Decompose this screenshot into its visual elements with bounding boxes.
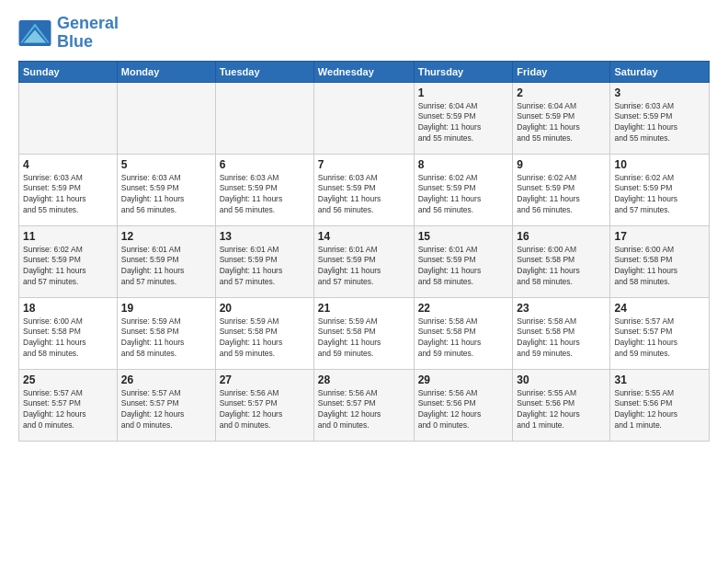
- calendar-cell: 6Sunrise: 6:03 AM Sunset: 5:59 PM Daylig…: [215, 154, 313, 225]
- calendar-week-row: 11Sunrise: 6:02 AM Sunset: 5:59 PM Dayli…: [19, 225, 710, 297]
- day-number: 5: [121, 158, 211, 171]
- day-info: Sunrise: 5:59 AM Sunset: 5:58 PM Dayligh…: [121, 316, 211, 361]
- calendar-week-row: 1Sunrise: 6:04 AM Sunset: 5:59 PM Daylig…: [19, 82, 710, 154]
- calendar-cell: [117, 82, 215, 154]
- calendar-table: SundayMondayTuesdayWednesdayThursdayFrid…: [18, 61, 710, 442]
- calendar-cell: 26Sunrise: 5:57 AM Sunset: 5:57 PM Dayli…: [117, 369, 215, 441]
- day-number: 6: [220, 158, 310, 171]
- calendar-cell: 30Sunrise: 5:55 AM Sunset: 5:56 PM Dayli…: [513, 369, 610, 441]
- day-number: 12: [121, 230, 211, 243]
- logo-text: GeneralBlue: [57, 15, 119, 52]
- day-info: Sunrise: 6:02 AM Sunset: 5:59 PM Dayligh…: [418, 173, 509, 217]
- day-info: Sunrise: 5:57 AM Sunset: 5:57 PM Dayligh…: [121, 388, 211, 432]
- logo: GeneralBlue: [18, 15, 119, 52]
- day-info: Sunrise: 6:00 AM Sunset: 5:58 PM Dayligh…: [614, 245, 705, 289]
- calendar-cell: 29Sunrise: 5:56 AM Sunset: 5:56 PM Dayli…: [414, 369, 513, 441]
- day-number: 17: [614, 230, 705, 243]
- day-number: 29: [418, 373, 509, 386]
- day-info: Sunrise: 6:04 AM Sunset: 5:59 PM Dayligh…: [418, 101, 509, 145]
- day-info: Sunrise: 5:57 AM Sunset: 5:57 PM Dayligh…: [23, 388, 113, 432]
- calendar-cell: 5Sunrise: 6:03 AM Sunset: 5:59 PM Daylig…: [117, 154, 215, 225]
- weekday-header: Monday: [117, 61, 215, 82]
- weekday-header: Saturday: [610, 61, 710, 82]
- day-number: 20: [220, 302, 310, 315]
- calendar-header: SundayMondayTuesdayWednesdayThursdayFrid…: [19, 61, 710, 82]
- calendar-cell: [19, 82, 118, 154]
- day-info: Sunrise: 5:56 AM Sunset: 5:57 PM Dayligh…: [318, 388, 410, 432]
- day-info: Sunrise: 6:01 AM Sunset: 5:59 PM Dayligh…: [220, 245, 310, 289]
- calendar-cell: 2Sunrise: 6:04 AM Sunset: 5:59 PM Daylig…: [513, 82, 610, 154]
- day-number: 8: [418, 158, 509, 171]
- calendar-cell: 12Sunrise: 6:01 AM Sunset: 5:59 PM Dayli…: [117, 225, 215, 297]
- day-number: 25: [23, 373, 113, 386]
- day-number: 15: [418, 230, 509, 243]
- day-info: Sunrise: 6:01 AM Sunset: 5:59 PM Dayligh…: [318, 245, 410, 289]
- calendar-cell: 25Sunrise: 5:57 AM Sunset: 5:57 PM Dayli…: [19, 369, 118, 441]
- calendar-cell: [215, 82, 313, 154]
- logo-icon: [18, 20, 51, 46]
- day-number: 7: [318, 158, 410, 171]
- calendar-cell: 7Sunrise: 6:03 AM Sunset: 5:59 PM Daylig…: [313, 154, 414, 225]
- calendar-cell: 23Sunrise: 5:58 AM Sunset: 5:58 PM Dayli…: [513, 297, 610, 369]
- day-info: Sunrise: 5:58 AM Sunset: 5:58 PM Dayligh…: [418, 316, 509, 361]
- day-info: Sunrise: 5:58 AM Sunset: 5:58 PM Dayligh…: [517, 316, 606, 361]
- calendar-cell: 20Sunrise: 5:59 AM Sunset: 5:58 PM Dayli…: [215, 297, 313, 369]
- calendar-cell: 31Sunrise: 5:55 AM Sunset: 5:56 PM Dayli…: [610, 369, 710, 441]
- header: GeneralBlue: [18, 15, 710, 52]
- calendar-week-row: 18Sunrise: 6:00 AM Sunset: 5:58 PM Dayli…: [19, 297, 710, 369]
- day-number: 22: [418, 302, 509, 315]
- weekday-row: SundayMondayTuesdayWednesdayThursdayFrid…: [19, 61, 710, 82]
- weekday-header: Sunday: [19, 61, 118, 82]
- calendar-cell: 10Sunrise: 6:02 AM Sunset: 5:59 PM Dayli…: [610, 154, 710, 225]
- day-info: Sunrise: 5:56 AM Sunset: 5:57 PM Dayligh…: [220, 388, 310, 432]
- calendar-cell: 22Sunrise: 5:58 AM Sunset: 5:58 PM Dayli…: [414, 297, 513, 369]
- calendar-cell: 9Sunrise: 6:02 AM Sunset: 5:59 PM Daylig…: [513, 154, 610, 225]
- weekday-header: Wednesday: [313, 61, 414, 82]
- day-number: 4: [23, 158, 113, 171]
- day-number: 10: [614, 158, 705, 171]
- day-number: 9: [517, 158, 606, 171]
- day-info: Sunrise: 6:02 AM Sunset: 5:59 PM Dayligh…: [23, 245, 113, 289]
- day-info: Sunrise: 6:03 AM Sunset: 5:59 PM Dayligh…: [121, 173, 211, 217]
- day-info: Sunrise: 6:00 AM Sunset: 5:58 PM Dayligh…: [517, 245, 606, 289]
- day-info: Sunrise: 6:02 AM Sunset: 5:59 PM Dayligh…: [517, 173, 606, 217]
- day-info: Sunrise: 6:00 AM Sunset: 5:58 PM Dayligh…: [23, 316, 113, 361]
- day-info: Sunrise: 5:56 AM Sunset: 5:56 PM Dayligh…: [418, 388, 509, 432]
- day-number: 18: [23, 302, 113, 315]
- calendar-cell: 14Sunrise: 6:01 AM Sunset: 5:59 PM Dayli…: [313, 225, 414, 297]
- day-number: 16: [517, 230, 606, 243]
- day-number: 23: [517, 302, 606, 315]
- calendar-cell: 24Sunrise: 5:57 AM Sunset: 5:57 PM Dayli…: [610, 297, 710, 369]
- weekday-header: Friday: [513, 61, 610, 82]
- day-number: 14: [318, 230, 410, 243]
- calendar-cell: 1Sunrise: 6:04 AM Sunset: 5:59 PM Daylig…: [414, 82, 513, 154]
- day-number: 30: [517, 373, 606, 386]
- calendar-cell: 18Sunrise: 6:00 AM Sunset: 5:58 PM Dayli…: [19, 297, 118, 369]
- day-info: Sunrise: 6:03 AM Sunset: 5:59 PM Dayligh…: [220, 173, 310, 217]
- day-info: Sunrise: 6:03 AM Sunset: 5:59 PM Dayligh…: [614, 101, 705, 145]
- day-number: 28: [318, 373, 410, 386]
- day-number: 31: [614, 373, 705, 386]
- day-number: 26: [121, 373, 211, 386]
- day-number: 27: [220, 373, 310, 386]
- calendar-cell: 11Sunrise: 6:02 AM Sunset: 5:59 PM Dayli…: [19, 225, 118, 297]
- day-info: Sunrise: 5:59 AM Sunset: 5:58 PM Dayligh…: [318, 316, 410, 361]
- calendar-body: 1Sunrise: 6:04 AM Sunset: 5:59 PM Daylig…: [19, 82, 710, 441]
- calendar-cell: 3Sunrise: 6:03 AM Sunset: 5:59 PM Daylig…: [610, 82, 710, 154]
- calendar-week-row: 25Sunrise: 5:57 AM Sunset: 5:57 PM Dayli…: [19, 369, 710, 441]
- calendar-cell: 21Sunrise: 5:59 AM Sunset: 5:58 PM Dayli…: [313, 297, 414, 369]
- page: GeneralBlue SundayMondayTuesdayWednesday…: [0, 0, 728, 563]
- day-info: Sunrise: 5:59 AM Sunset: 5:58 PM Dayligh…: [220, 316, 310, 361]
- day-info: Sunrise: 5:55 AM Sunset: 5:56 PM Dayligh…: [614, 388, 705, 432]
- day-info: Sunrise: 6:01 AM Sunset: 5:59 PM Dayligh…: [418, 245, 509, 289]
- calendar-week-row: 4Sunrise: 6:03 AM Sunset: 5:59 PM Daylig…: [19, 154, 710, 225]
- weekday-header: Thursday: [414, 61, 513, 82]
- day-info: Sunrise: 6:03 AM Sunset: 5:59 PM Dayligh…: [23, 173, 113, 217]
- calendar-cell: 19Sunrise: 5:59 AM Sunset: 5:58 PM Dayli…: [117, 297, 215, 369]
- day-info: Sunrise: 6:01 AM Sunset: 5:59 PM Dayligh…: [121, 245, 211, 289]
- day-number: 13: [220, 230, 310, 243]
- day-info: Sunrise: 6:03 AM Sunset: 5:59 PM Dayligh…: [318, 173, 410, 217]
- calendar-cell: 28Sunrise: 5:56 AM Sunset: 5:57 PM Dayli…: [313, 369, 414, 441]
- day-info: Sunrise: 5:55 AM Sunset: 5:56 PM Dayligh…: [517, 388, 606, 432]
- calendar-cell: 15Sunrise: 6:01 AM Sunset: 5:59 PM Dayli…: [414, 225, 513, 297]
